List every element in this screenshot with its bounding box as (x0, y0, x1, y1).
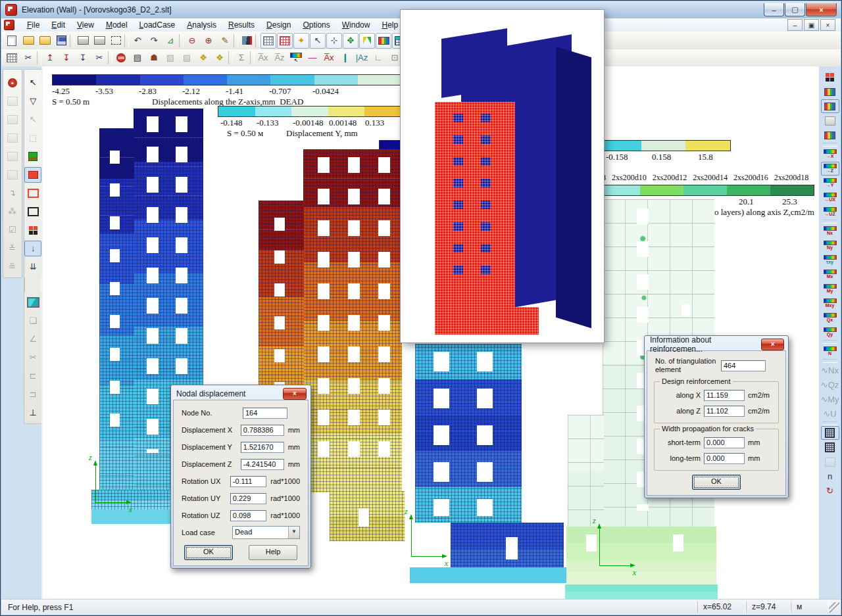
menu-options[interactable]: Options (297, 19, 335, 31)
standpoint-tripod-icon[interactable]: ⊥ (24, 405, 41, 421)
az-gray-icon[interactable]: A̅z (272, 50, 287, 66)
cursor-rect-icon[interactable]: ⬚ (24, 130, 41, 146)
annotate-flag-icon[interactable]: a (4, 75, 21, 91)
nodal-ok-button[interactable]: OK (184, 545, 233, 560)
drop-arrow-icon[interactable]: ↴ (4, 185, 21, 201)
mosaic-checker-icon[interactable] (821, 70, 839, 84)
ax-gray-icon[interactable]: A̅x (255, 50, 271, 66)
building-view-3-tower[interactable] (415, 344, 522, 523)
building-view-reinf-band2[interactable] (566, 559, 716, 584)
epure-nx-icon[interactable]: ∿Nx (821, 364, 839, 377)
nodal-help-button[interactable]: Help (249, 545, 297, 560)
sep[interactable] (823, 143, 837, 147)
model-3d-inset-window[interactable] (400, 9, 605, 343)
building-view-z-tower-left[interactable] (99, 128, 134, 491)
nodal-dialog-close-button[interactable]: × (283, 388, 307, 400)
print-icon[interactable] (91, 33, 107, 49)
nodal-dialog-titlebar[interactable]: Nodal displacement × (173, 387, 309, 400)
short-term-value[interactable]: 0.000 (704, 437, 745, 448)
flash-selection-icon[interactable]: ✦ (293, 33, 309, 49)
grid-cut-icon[interactable]: ✂ (20, 50, 36, 66)
reinf-dialog-titlebar[interactable]: Information about reinforcemen... × (647, 338, 786, 350)
menu-analysis[interactable]: Analysis (181, 19, 222, 31)
sum-sigma-icon[interactable]: Σ (234, 50, 249, 66)
menu-loadcase[interactable]: LoadCase (134, 19, 182, 31)
force-n-icon[interactable]: N (821, 344, 839, 358)
nodal-field-value[interactable]: 164 (243, 408, 287, 419)
result-displacement-x-icon[interactable]: →X (821, 147, 839, 161)
force-qx-icon[interactable]: Qx (821, 311, 839, 325)
sep[interactable] (250, 51, 255, 64)
mdi-restore-button[interactable]: ▣ (804, 19, 819, 31)
shell-leaf-2-icon[interactable]: ❖ (212, 50, 228, 66)
shell-leaf-1-icon[interactable]: ❖ (195, 50, 211, 66)
ucs-axes-icon[interactable]: ⊿ (162, 33, 178, 49)
nodal-field-value[interactable]: 0.098 (230, 510, 267, 521)
sep[interactable] (255, 34, 260, 47)
isofield-curve-icon[interactable] (821, 114, 839, 128)
fragment-a-icon[interactable]: ⊏ (24, 368, 41, 384)
minimize-button[interactable]: – (764, 3, 784, 16)
menu-results[interactable]: Results (222, 19, 260, 31)
nodal-field-value[interactable]: -4.241540 (241, 459, 284, 470)
building-view-reinf-cyanband[interactable] (565, 584, 718, 599)
nodal-field-value[interactable]: -0.111 (230, 476, 267, 487)
lock-100-icon[interactable]: 100 (113, 50, 129, 66)
angle-measure-icon[interactable]: ∠ (24, 331, 41, 347)
along-x-value[interactable]: 11.159 (704, 390, 745, 401)
building-frame-icon[interactable] (4, 112, 21, 128)
view-building-a-icon[interactable] (821, 426, 839, 440)
display-flags-icon[interactable] (359, 33, 375, 49)
reinf-ok-button[interactable]: OK (692, 475, 741, 490)
sep[interactable] (823, 359, 837, 363)
view-building-b-icon[interactable] (821, 440, 839, 454)
dim-3-icon[interactable]: ↧ (75, 50, 91, 66)
sep[interactable] (234, 34, 238, 47)
mdi-close-button[interactable]: × (820, 19, 835, 31)
corner-l-icon[interactable]: ∟ (370, 50, 386, 66)
n-combination-icon[interactable]: n (821, 469, 839, 483)
filter-funnel-icon[interactable]: ▽ (24, 93, 41, 109)
nodal-field-value[interactable]: 0.229 (230, 493, 267, 504)
open-archive-icon[interactable] (37, 33, 53, 49)
triangulation-value[interactable]: 464 (721, 360, 766, 371)
menu-view[interactable]: View (71, 19, 100, 31)
loadcase-dropdown-icon[interactable]: ▼ (288, 527, 299, 538)
ghost-load-1-icon[interactable]: ▨ (162, 50, 178, 66)
monitor-chart-icon[interactable] (24, 295, 41, 310)
check-element-icon[interactable]: ☑ (4, 222, 21, 238)
show-grid-icon[interactable] (260, 33, 276, 49)
nodal-field-value[interactable]: 1.521670 (241, 442, 284, 453)
cursor-arrow-icon[interactable]: ↖ (24, 75, 41, 91)
maximize-button[interactable]: ▢ (785, 3, 805, 16)
select-rect-filled-icon[interactable] (24, 167, 41, 183)
menu-edit[interactable]: Edit (45, 19, 71, 31)
select-frame-icon[interactable] (108, 33, 124, 49)
force-my-icon[interactable]: My (821, 282, 839, 296)
new-file-icon[interactable] (4, 33, 20, 49)
sep[interactable] (24, 277, 41, 292)
along-z-value[interactable]: 11.102 (704, 406, 745, 417)
dash-magenta-icon[interactable]: — (305, 50, 320, 66)
epure-u-icon[interactable]: ∿U (821, 407, 839, 421)
live-load-icon[interactable]: ☗ (146, 50, 162, 66)
arrows-down-triple-icon[interactable]: ⇊ (24, 259, 41, 275)
sep[interactable] (228, 51, 233, 64)
long-term-value[interactable]: 0.000 (704, 453, 745, 464)
resize-grip[interactable] (829, 602, 839, 613)
cut-scissors-icon[interactable]: ✂ (24, 350, 41, 366)
building-view-y-base-pad[interactable] (330, 491, 405, 541)
reinf-dialog-close-button[interactable]: × (761, 339, 784, 350)
sep[interactable] (179, 34, 184, 47)
menu-design[interactable]: Design (260, 19, 297, 31)
force-qy-icon[interactable]: Qy (821, 325, 839, 339)
dim-up-icon[interactable]: ↥ (42, 50, 58, 66)
menu-model[interactable]: Model (100, 19, 134, 31)
dim-cut-icon[interactable]: ✂ (91, 50, 107, 66)
mosaic-diag-icon[interactable] (821, 85, 839, 99)
zoom-extents-icon[interactable]: ⊕ (201, 33, 216, 49)
close-button[interactable]: × (806, 3, 837, 16)
rotate-model-icon[interactable]: ↻ (821, 484, 839, 498)
undo-icon[interactable]: ↶ (130, 33, 145, 49)
result-displacement-z-icon[interactable]: →Z (821, 162, 839, 176)
